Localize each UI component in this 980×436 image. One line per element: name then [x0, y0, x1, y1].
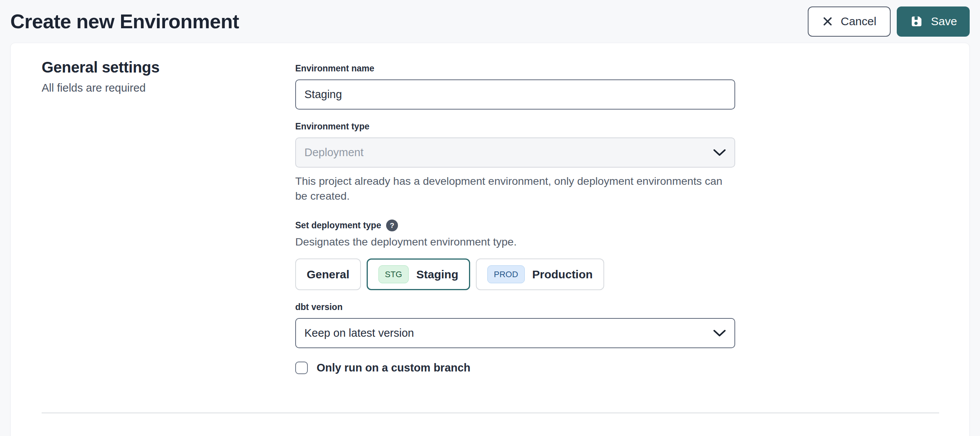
deployment-type-staging[interactable]: STG Staging: [367, 258, 470, 290]
deployment-type-general[interactable]: General: [295, 258, 361, 290]
save-button[interactable]: Save: [897, 6, 970, 37]
custom-branch-label[interactable]: Only run on a custom branch: [317, 362, 471, 374]
section-title: General settings: [42, 59, 295, 76]
settings-form: Environment name Environment type Deploy…: [295, 58, 735, 374]
save-icon: [909, 14, 924, 29]
custom-branch-row: Only run on a custom branch: [295, 362, 735, 374]
general-settings-section: General settings All fields are required…: [11, 43, 969, 374]
dbt-version-field: dbt version Keep on latest version: [295, 302, 735, 348]
environment-type-helper: This project already has a development e…: [295, 174, 735, 203]
environment-type-value: Deployment: [304, 146, 364, 159]
cancel-button[interactable]: Cancel: [808, 6, 890, 37]
custom-branch-checkbox[interactable]: [295, 362, 308, 374]
section-divider: [42, 412, 939, 413]
page-title: Create new Environment: [10, 10, 239, 33]
environment-type-field: Environment type Deployment This project…: [295, 121, 735, 203]
environment-name-label: Environment name: [295, 63, 735, 74]
close-icon: [822, 16, 833, 27]
prod-badge: PROD: [487, 265, 525, 283]
deployment-type-production-label: Production: [532, 268, 593, 281]
deployment-type-label: Set deployment type: [295, 220, 381, 231]
header-actions: Cancel Save: [808, 6, 970, 37]
deployment-type-staging-label: Staging: [416, 268, 458, 281]
cancel-button-label: Cancel: [841, 15, 876, 28]
stg-badge: STG: [378, 265, 409, 283]
deployment-type-description: Designates the deployment environment ty…: [295, 236, 735, 248]
deployment-type-field: Set deployment type ? Designates the dep…: [295, 220, 735, 290]
section-intro: General settings All fields are required: [42, 58, 295, 374]
dbt-version-label: dbt version: [295, 302, 735, 312]
settings-card: General settings All fields are required…: [10, 43, 970, 436]
section-subtitle: All fields are required: [42, 82, 295, 94]
chevron-down-icon: [713, 149, 726, 157]
deployment-type-options: General STG Staging PROD Production: [295, 258, 735, 290]
save-button-label: Save: [931, 15, 957, 28]
dbt-version-select[interactable]: Keep on latest version: [295, 318, 735, 348]
dbt-version-value: Keep on latest version: [304, 327, 414, 339]
environment-type-label: Environment type: [295, 121, 735, 132]
environment-type-select[interactable]: Deployment: [295, 137, 735, 168]
page-header: Create new Environment Cancel Save: [0, 0, 980, 43]
deployment-type-label-row: Set deployment type ?: [295, 220, 735, 231]
help-icon[interactable]: ?: [386, 220, 398, 231]
environment-name-field: Environment name: [295, 63, 735, 110]
environment-name-input[interactable]: [295, 79, 735, 110]
deployment-type-general-label: General: [307, 268, 349, 281]
chevron-down-icon: [713, 329, 726, 337]
deployment-type-production[interactable]: PROD Production: [476, 258, 604, 290]
